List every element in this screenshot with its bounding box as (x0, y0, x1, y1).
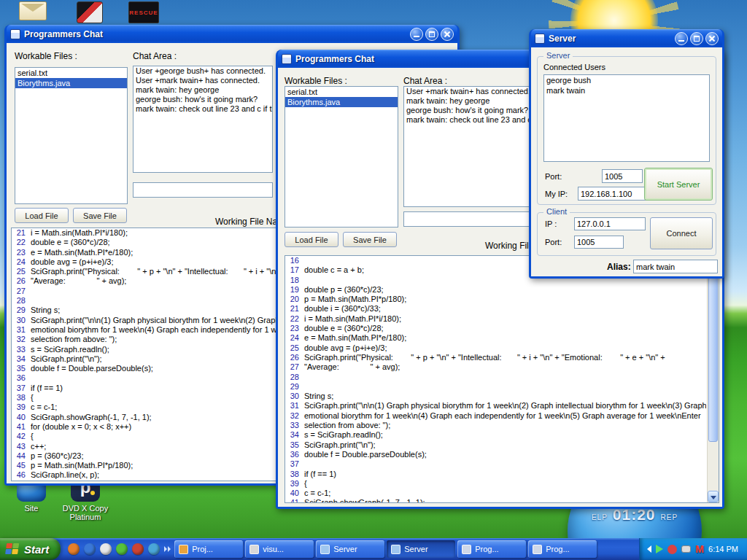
task-label: Proj... (192, 545, 213, 553)
chat-message-input[interactable] (133, 182, 273, 198)
client-group-label: Client (543, 207, 570, 216)
line-number: 21 (12, 228, 31, 238)
tray-collapse-chevron-icon[interactable] (647, 545, 651, 553)
server-window: Server Server Connected Users george bus… (529, 29, 724, 279)
maximize-button[interactable] (425, 28, 438, 41)
maximize-button[interactable] (690, 32, 703, 45)
load-file-button[interactable]: Load File (15, 208, 69, 223)
line-text (304, 382, 706, 392)
windows-logo-icon (5, 543, 20, 556)
code-scrollbar[interactable] (707, 256, 719, 502)
workable-files-list[interactable]: serial.txt Biorythms.java (15, 67, 128, 204)
quicklaunch-icon[interactable] (68, 543, 80, 555)
window-title: Server (549, 34, 671, 44)
quicklaunch-icon[interactable] (84, 543, 96, 555)
chat-message: User +george bush+ has connected. (133, 66, 272, 76)
tray-keyboard-icon[interactable] (681, 545, 691, 553)
code-line: 39 { (285, 479, 706, 489)
workable-files-label: Workable Files : (15, 51, 77, 61)
line-number: 43 (12, 442, 31, 451)
line-number: 19 (285, 285, 304, 295)
line-text: double avg = (p+i+e)/3; (304, 343, 706, 353)
code-line: 32 emotional biorythm for 1 week\n(4) Gr… (285, 411, 706, 421)
scroll-down-button[interactable] (708, 491, 719, 502)
connect-button[interactable]: Connect (650, 217, 713, 249)
workable-files-list[interactable]: serial.txt Biorythms.java (285, 86, 398, 228)
taskbar-task-button[interactable]: Prog... (528, 540, 597, 558)
alias-input[interactable] (633, 260, 718, 273)
file-list-item[interactable]: Biorythms.java (15, 78, 127, 88)
chat-area[interactable]: User +george bush+ has connected. User +… (133, 66, 273, 173)
site-icon-label: Site (6, 504, 57, 513)
line-number: 39 (12, 402, 31, 412)
code-line: 19 double p = (360*c)/23; (285, 285, 706, 295)
tray-status-icon[interactable] (667, 545, 677, 554)
client-ip-label: IP : (545, 219, 557, 228)
quicklaunch-icon[interactable] (116, 543, 128, 555)
line-number: 32 (12, 335, 31, 344)
close-button[interactable] (441, 28, 454, 41)
tray-play-icon[interactable] (656, 545, 663, 553)
quicklaunch-overflow-chevron-icon[interactable] (164, 544, 171, 554)
minimize-button[interactable] (675, 32, 688, 45)
minimize-button[interactable] (410, 28, 423, 41)
line-number: 26 (285, 353, 304, 362)
client-ip-input[interactable] (574, 217, 646, 230)
task-window-icon (179, 545, 188, 554)
taskbar-task-button[interactable]: Server (316, 540, 384, 558)
quicklaunch-icon[interactable] (100, 543, 112, 555)
file-list-item[interactable]: serial.txt (285, 87, 398, 97)
line-number: 21 (285, 304, 304, 314)
file-list-item[interactable]: serial.txt (15, 68, 127, 78)
task-label: Prog... (546, 545, 569, 553)
taskbar-task-button[interactable]: Server (387, 540, 455, 558)
titlebar[interactable]: Programmers Chat (7, 25, 457, 43)
code-line: 30 String s; (285, 392, 706, 401)
connected-users-list[interactable]: george bush mark twain (543, 74, 710, 162)
line-text: SciGraph.print("\n"); (304, 440, 706, 450)
file-list-item[interactable]: Biorythms.java (285, 97, 398, 107)
chat-message: george bush: how's it going mark? (133, 95, 272, 104)
line-text: e = Math.sin(Math.PI*e/180); (304, 333, 706, 343)
task-window-icon (462, 545, 471, 554)
chat-area-label: Chat Area : (133, 51, 177, 61)
line-number: 42 (12, 432, 31, 441)
line-text: SciGraph.showGraph(-1, 7, -1, 1); (304, 498, 706, 503)
titlebar[interactable]: Server (531, 29, 722, 47)
save-file-button[interactable]: Save File (73, 208, 127, 223)
quicklaunch-icon[interactable] (132, 543, 144, 555)
code-editor[interactable]: 16 17 double c = a + b; 18 19 (285, 255, 719, 503)
tray-antivirus-icon[interactable]: M (695, 543, 704, 555)
connected-user-item[interactable]: george bush (544, 75, 709, 85)
line-number: 38 (285, 470, 304, 479)
line-number: 24 (12, 257, 31, 267)
close-button[interactable] (705, 32, 719, 45)
desktop-icon-mail[interactable] (7, 1, 58, 23)
taskbar-task-button[interactable]: Prog... (457, 540, 526, 558)
save-file-button[interactable]: Save File (343, 232, 397, 247)
load-file-button[interactable]: Load File (285, 232, 338, 247)
client-port-input[interactable] (574, 236, 624, 249)
start-server-button[interactable]: Start Server (644, 168, 713, 201)
alias-label: Alias: (607, 262, 631, 272)
line-text: "Average: " + avg); (304, 362, 706, 372)
rescue-icon: RESCUE (128, 1, 159, 23)
desktop-icon-rescue[interactable]: RESCUE (118, 1, 169, 26)
taskbar: Start Proj... (0, 538, 747, 560)
desktop-icon-app[interactable] (64, 1, 115, 26)
line-number: 35 (12, 364, 31, 373)
my-ip-input[interactable] (578, 187, 647, 201)
connected-user-item[interactable]: mark twain (544, 85, 709, 96)
taskbar-task-button[interactable]: visu... (245, 540, 314, 558)
scrollbar-thumb[interactable] (708, 269, 718, 442)
port-input[interactable] (602, 169, 643, 183)
minimize-icon (414, 36, 419, 37)
taskbar-task-button[interactable]: Proj... (174, 540, 243, 558)
connected-users-label: Connected Users (543, 63, 605, 71)
line-text: double f = Double.parseDouble(s); (304, 450, 706, 459)
start-button[interactable]: Start (0, 538, 61, 560)
line-text: double i = (360*c)/33; (304, 304, 706, 314)
line-text: SciGraph.print("Physical: " + p + "\n" +… (304, 353, 706, 362)
quicklaunch-icon[interactable] (148, 543, 160, 555)
code-line: 33 selection from above: "); (285, 421, 706, 430)
